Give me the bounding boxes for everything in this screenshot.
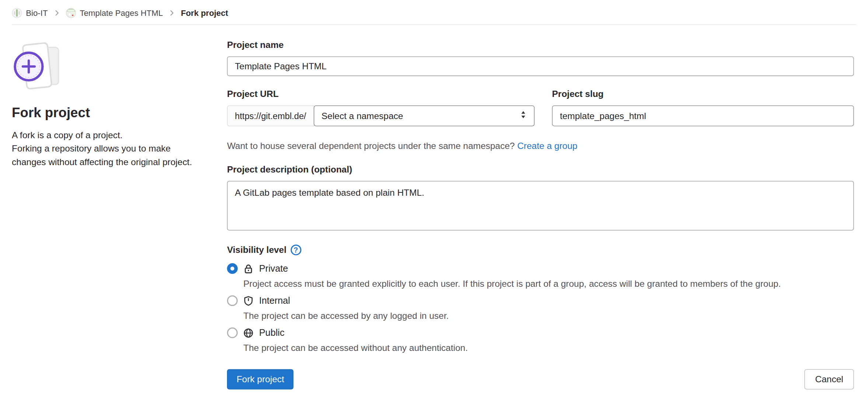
project-url-label: Project URL	[227, 89, 535, 100]
visibility-option-label[interactable]: Private	[259, 263, 288, 274]
fork-illustration-icon	[12, 39, 68, 96]
visibility-option-public: Public The project can be accessed witho…	[227, 325, 854, 355]
project-description-label: Project description (optional)	[227, 164, 854, 175]
breadcrumb-item-project[interactable]: Template Pages HTML	[66, 8, 163, 18]
chevron-right-icon	[168, 9, 176, 17]
visibility-option-private: Private Project access must be granted e…	[227, 261, 854, 290]
breadcrumb: Bio-IT Template Pages HTML Fo	[0, 0, 868, 19]
project-url-group: https://git.embl.de/ Select a namespace	[227, 105, 535, 126]
fork-form: Project name Project URL https://git.emb…	[227, 25, 854, 404]
project-slug-field: Project slug	[552, 89, 854, 126]
page: Bio-IT Template Pages HTML Fo	[0, 0, 868, 404]
project-description-textarea[interactable]: A GitLab pages template based on plain H…	[227, 181, 854, 231]
namespace-helper-text: Want to house several dependent projects…	[227, 141, 854, 151]
visibility-level-label-text: Visibility level	[227, 245, 286, 255]
side-panel: Fork project A fork is a copy of a proje…	[12, 25, 227, 169]
chevron-up-down-icon	[520, 110, 526, 122]
page-title: Fork project	[12, 105, 227, 121]
fork-description-line2: Forking a repository allows you to make …	[12, 144, 192, 167]
visibility-option-description: Project access must be granted explicitl…	[243, 277, 854, 290]
fork-description-line1: A fork is a copy of a project.	[12, 130, 122, 140]
shield-icon	[243, 296, 253, 306]
project-avatar	[66, 8, 76, 18]
breadcrumb-label[interactable]: Bio-IT	[26, 8, 48, 17]
visibility-option-label[interactable]: Public	[259, 328, 284, 338]
project-url-field: Project URL https://git.embl.de/ Select …	[227, 89, 535, 126]
namespace-select[interactable]: Select a namespace	[314, 105, 535, 126]
visibility-option-description: The project can be accessed by any logge…	[243, 310, 854, 323]
visibility-option-description: The project can be accessed without any …	[243, 342, 854, 355]
visibility-option-public-row[interactable]: Public	[227, 325, 854, 341]
breadcrumb-item-group[interactable]: Bio-IT	[12, 8, 48, 18]
url-prefix: https://git.embl.de/	[227, 105, 314, 126]
chevron-right-icon	[53, 9, 60, 17]
group-avatar	[12, 8, 22, 18]
breadcrumb-label[interactable]: Template Pages HTML	[80, 8, 163, 17]
help-icon[interactable]: ?	[290, 245, 301, 255]
cancel-button[interactable]: Cancel	[805, 369, 854, 389]
radio-private[interactable]	[227, 263, 238, 274]
create-group-link[interactable]: Create a group	[517, 141, 577, 150]
form-actions: Fork project Cancel	[227, 369, 854, 404]
fork-project-button[interactable]: Fork project	[227, 369, 294, 389]
breadcrumb-item-current: Fork project	[181, 8, 228, 17]
project-slug-input[interactable]	[552, 105, 854, 126]
visibility-level-label: Visibility level ?	[227, 245, 854, 255]
project-slug-label: Project slug	[552, 89, 854, 100]
lock-icon	[243, 264, 253, 274]
url-slug-row: Project URL https://git.embl.de/ Select …	[227, 89, 854, 126]
fork-description: A fork is a copy of a project. Forking a…	[12, 129, 203, 169]
radio-public[interactable]	[227, 328, 238, 338]
project-name-input[interactable]	[227, 56, 854, 76]
radio-internal[interactable]	[227, 295, 238, 306]
content: Fork project A fork is a copy of a proje…	[0, 25, 868, 404]
visibility-option-label[interactable]: Internal	[259, 295, 290, 306]
breadcrumb-label: Fork project	[181, 8, 228, 17]
visibility-option-internal-row[interactable]: Internal	[227, 293, 854, 308]
namespace-select-value: Select a namespace	[321, 111, 403, 121]
namespace-helper-question: Want to house several dependent projects…	[227, 141, 517, 150]
project-name-label: Project name	[227, 40, 854, 50]
earth-icon	[243, 328, 253, 338]
visibility-option-internal: Internal The project can be accessed by …	[227, 293, 854, 323]
visibility-option-private-row[interactable]: Private	[227, 261, 854, 276]
